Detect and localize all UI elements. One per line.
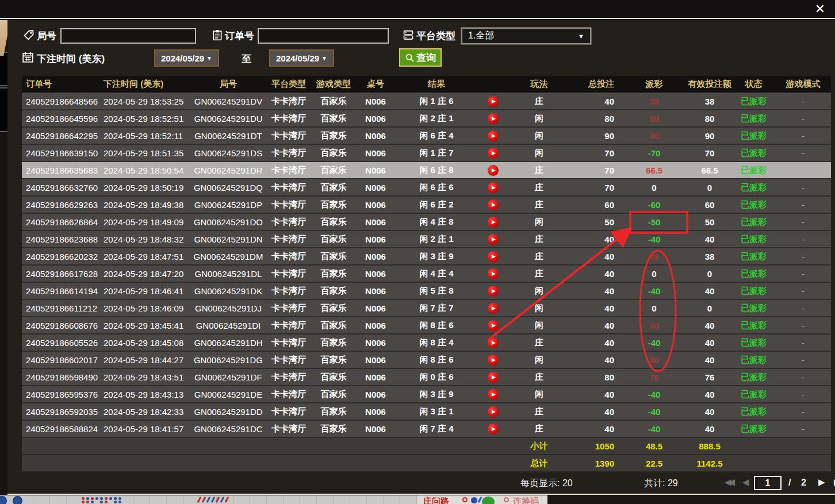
cell-status: 已派彩 bbox=[732, 403, 775, 420]
table-row[interactable]: 2405291866141942024-05-29 18:46:41GN0062… bbox=[22, 283, 831, 300]
cell-payout: 66.5 bbox=[621, 162, 687, 178]
table-row[interactable]: 2405291866020172024-05-29 18:44:27GN0062… bbox=[22, 352, 831, 369]
cell-play-type: 闲 bbox=[509, 317, 569, 333]
cell-total-bet: 40 bbox=[569, 352, 621, 368]
cell-order-id: 240529186595376 bbox=[22, 386, 102, 402]
date-from-picker[interactable]: 2024/05/29 ▼ bbox=[154, 49, 219, 67]
cell-platform: 卡卡湾厅 bbox=[266, 179, 312, 195]
table-row[interactable]: 2405291866356832024-05-29 18:50:54GN0062… bbox=[22, 162, 831, 179]
cell-game-type: 百家乐 bbox=[312, 231, 355, 247]
cell-status: 已派彩 bbox=[732, 248, 775, 264]
play-icon[interactable]: ▶ bbox=[488, 182, 499, 193]
table-row[interactable]: 2405291866422952024-05-29 18:52:11GN0062… bbox=[22, 128, 831, 145]
cell-bet-time: 2024-05-29 18:50:19 bbox=[102, 179, 191, 195]
cell-platform: 卡卡湾厅 bbox=[266, 162, 312, 178]
first-page-icon[interactable]: ◀◀ bbox=[725, 477, 732, 487]
cell-play-type: 庄 bbox=[509, 334, 569, 351]
table-row[interactable]: 2405291866055262024-05-29 18:45:08GN0062… bbox=[22, 334, 831, 352]
cell-status: 已派彩 bbox=[732, 266, 775, 282]
table-row[interactable]: 2405291866202322024-05-29 18:47:51GN0062… bbox=[22, 248, 831, 266]
cell-round-id: GN006245291DQ bbox=[191, 179, 266, 195]
page-number-input[interactable] bbox=[754, 476, 782, 490]
cell-bet-time: 2024-05-29 18:43:13 bbox=[102, 386, 191, 402]
play-icon[interactable]: ▶ bbox=[488, 389, 499, 400]
table-row[interactable]: 2405291866268642024-05-29 18:49:09GN0062… bbox=[22, 214, 831, 231]
play-icon[interactable]: ▶ bbox=[488, 286, 499, 297]
cell-play-type: 闲 bbox=[509, 352, 569, 368]
table-row[interactable]: 2405291866292632024-05-29 18:49:38GN0062… bbox=[22, 197, 831, 214]
close-button[interactable]: ✕ bbox=[812, 1, 828, 17]
background-card bbox=[0, 52, 7, 86]
calendar-icon bbox=[22, 51, 33, 63]
play-icon[interactable]: ▶ bbox=[488, 320, 499, 331]
cell-play-type: 庄 bbox=[509, 421, 569, 437]
play-icon[interactable]: ▶ bbox=[488, 268, 499, 279]
cell-payout: 76 bbox=[621, 369, 687, 385]
table-row[interactable]: 2405291866236882024-05-29 18:48:32GN0062… bbox=[22, 231, 831, 248]
play-icon[interactable]: ▶ bbox=[488, 199, 499, 210]
cell-payout: -40 bbox=[621, 334, 687, 351]
table-row[interactable]: 2405291865984902024-05-29 18:43:51GN0062… bbox=[22, 369, 831, 386]
cell-result: 闲 6 庄 2 bbox=[396, 197, 477, 213]
cell-status: 已派彩 bbox=[732, 300, 775, 316]
play-icon[interactable]: ▶ bbox=[488, 303, 499, 314]
bet-time-label: 下注时间 (美东) bbox=[37, 52, 105, 66]
play-icon[interactable]: ▶ bbox=[488, 148, 499, 159]
table-row[interactable]: 2405291866176282024-05-29 18:47:20GN0062… bbox=[22, 266, 831, 283]
play-icon[interactable]: ▶ bbox=[488, 372, 499, 383]
cell-valid-bet: 40 bbox=[687, 403, 732, 420]
cell-platform: 卡卡湾厅 bbox=[266, 317, 312, 333]
bet-records-table: 订单号下注时间 (美东)局号平台类型游戏类型桌号结果玩法总投注派彩有效投注额状态… bbox=[22, 76, 831, 472]
search-button[interactable]: 查询 bbox=[399, 48, 442, 67]
play-icon[interactable]: ▶ bbox=[488, 406, 499, 417]
round-id-input[interactable] bbox=[60, 28, 196, 44]
cell-play-type: 庄 bbox=[509, 231, 569, 247]
table-row[interactable]: 2405291866455962024-05-29 18:52:51GN0062… bbox=[22, 110, 831, 128]
cell-round-id: GN006245291DU bbox=[191, 110, 266, 126]
cell-payout: 0 bbox=[621, 300, 687, 316]
cell-round-id: GN006245291DN bbox=[191, 231, 266, 247]
prev-page-icon[interactable]: ◀ bbox=[742, 477, 749, 487]
play-icon[interactable]: ▶ bbox=[488, 165, 499, 176]
play-icon[interactable]: ▶ bbox=[488, 234, 499, 245]
table-row[interactable]: 2405291866086762024-05-29 18:45:41GN0062… bbox=[22, 317, 831, 334]
bead-icon bbox=[91, 501, 94, 503]
cell-status: 已派彩 bbox=[732, 386, 775, 402]
play-icon[interactable]: ▶ bbox=[488, 96, 499, 107]
next-page-icon[interactable]: ▶ bbox=[818, 477, 825, 487]
play-icon[interactable]: ▶ bbox=[488, 337, 499, 348]
table-row[interactable]: 2405291866391502024-05-29 18:51:35GN0062… bbox=[22, 145, 831, 162]
road-label: 连筹码 bbox=[513, 496, 539, 504]
cell-platform: 卡卡湾厅 bbox=[266, 300, 312, 316]
platform-type-select[interactable]: 1.全部 ▼ bbox=[461, 28, 591, 44]
table-row[interactable]: 2405291865953762024-05-29 18:43:13GN0062… bbox=[22, 386, 831, 403]
cell-table-no: N006 bbox=[355, 334, 396, 351]
cell-game-type: 百家乐 bbox=[312, 128, 355, 144]
cell-game-mode: - bbox=[775, 214, 831, 230]
play-icon[interactable]: ▶ bbox=[488, 355, 499, 366]
play-icon[interactable]: ▶ bbox=[488, 424, 499, 434]
order-id-input[interactable] bbox=[258, 28, 389, 44]
cell-bet-time: 2024-05-29 18:46:41 bbox=[102, 283, 191, 299]
table-row[interactable]: 2405291866112122024-05-29 18:46:09GN0062… bbox=[22, 300, 831, 317]
play-icon[interactable]: ▶ bbox=[488, 113, 499, 124]
cell-bet-time: 2024-05-29 18:51:35 bbox=[102, 145, 191, 161]
play-icon[interactable]: ▶ bbox=[488, 217, 499, 228]
table-row[interactable]: 2405291866327602024-05-29 18:50:19GN0062… bbox=[22, 179, 831, 197]
background-dark-area bbox=[547, 495, 835, 504]
cell-order-id: 240529186617628 bbox=[22, 266, 102, 282]
table-row[interactable]: 2405291865888242024-05-29 18:41:57GN0062… bbox=[22, 421, 831, 438]
table-row[interactable]: 2405291866485662024-05-29 18:53:25GN0062… bbox=[22, 93, 831, 110]
date-to-picker[interactable]: 2024/05/29 ▼ bbox=[269, 49, 334, 67]
play-icon[interactable]: ▶ bbox=[488, 251, 499, 262]
cell-replay: ▶ bbox=[477, 145, 509, 161]
table-row[interactable]: 2405291865920352024-05-29 18:42:33GN0062… bbox=[22, 403, 831, 421]
cell-total-bet: 40 bbox=[569, 248, 621, 264]
cell-payout: 38 bbox=[621, 93, 687, 109]
bead-icon bbox=[105, 497, 108, 500]
cell-table-no: N006 bbox=[355, 110, 396, 126]
play-icon[interactable]: ▶ bbox=[488, 130, 499, 141]
total-count-label: 共计: 29 bbox=[644, 478, 678, 490]
cell-platform: 卡卡湾厅 bbox=[266, 214, 312, 230]
cell-bet-time: 2024-05-29 18:43:51 bbox=[102, 369, 191, 385]
